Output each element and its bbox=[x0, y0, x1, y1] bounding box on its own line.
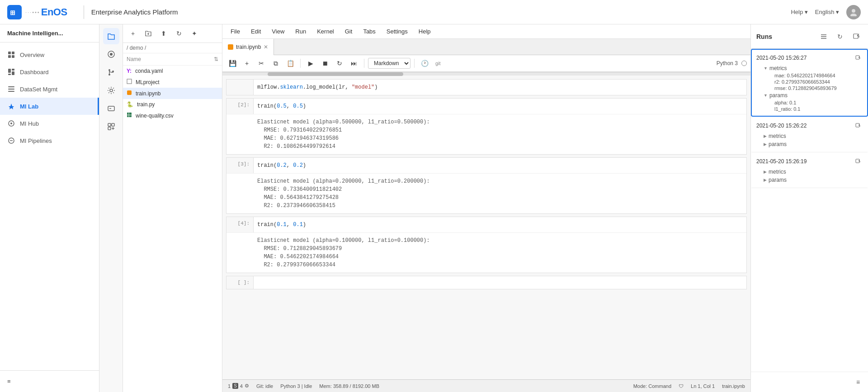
upload-btn[interactable]: ⬆ bbox=[157, 27, 170, 40]
code-text-2: train(0.5, 0.5) bbox=[257, 103, 306, 109]
save-btn[interactable]: 💾 bbox=[226, 57, 239, 70]
restart-btn[interactable]: ↻ bbox=[333, 57, 346, 70]
notebook-statusbar: 1 S 4 ⚙ Git: idle Python 3 | Idle Mem: 3… bbox=[222, 379, 750, 392]
run-params-section-2: ▶ params bbox=[764, 140, 863, 148]
stop-btn[interactable]: ⏹ bbox=[319, 57, 331, 70]
cell-prompt-1 bbox=[226, 80, 254, 95]
runs-refresh-btn[interactable]: ↻ bbox=[834, 30, 846, 43]
runs-external-btn[interactable] bbox=[850, 30, 863, 43]
notebook-tab-train[interactable]: train.ipynb ✕ bbox=[222, 39, 274, 55]
copy-btn[interactable]: ⧉ bbox=[269, 57, 282, 70]
run-metrics-header-3[interactable]: ▶ metrics bbox=[764, 168, 863, 176]
sidebar-bottom: ≡ bbox=[0, 370, 99, 392]
run-open-btn-2[interactable] bbox=[854, 121, 863, 130]
menu-view[interactable]: View bbox=[267, 26, 289, 37]
sidebar-item-milab[interactable]: MI Lab bbox=[0, 98, 99, 115]
file-name-mlproject: MLproject bbox=[136, 79, 160, 85]
runs-title: Runs bbox=[756, 33, 814, 40]
file-item-winecsv[interactable]: wine-quality.csv bbox=[123, 110, 222, 121]
user-avatar[interactable] bbox=[846, 5, 861, 19]
left-sidebar: Machine Intelligen... Overview Dashboard… bbox=[0, 24, 99, 392]
file-item-trainpy[interactable]: 🐍 train.py bbox=[123, 99, 222, 110]
file-item-condayaml[interactable]: Y: conda.yaml bbox=[123, 66, 222, 76]
restart-run-btn[interactable]: ⏭ bbox=[348, 57, 360, 70]
run-params-header-3[interactable]: ▶ params bbox=[764, 176, 863, 184]
run-metrics-header-2[interactable]: ▶ metrics bbox=[764, 132, 863, 140]
svg-rect-5 bbox=[12, 52, 14, 54]
horizontal-scrollbar[interactable] bbox=[222, 72, 750, 76]
run-entry-2[interactable]: 2021-05-20 15:26:22 ▶ metrics ▶ params bbox=[751, 117, 868, 152]
git-toolbar-btn[interactable]: git bbox=[433, 57, 443, 70]
svg-rect-12 bbox=[8, 86, 14, 87]
notebook-area: File Edit View Run Kernel Git Tabs Setti… bbox=[222, 24, 750, 392]
sidebar-item-dataset[interactable]: DataSet Mgmt bbox=[0, 80, 99, 98]
cell-code-content-1[interactable]: mlflow.sklearn.log_model(lr, "model") bbox=[254, 80, 746, 95]
cell-code-content-4[interactable]: train(0.1, 0.1) bbox=[254, 217, 746, 232]
clock-btn[interactable]: 🕐 bbox=[418, 57, 431, 70]
sidebar-item-mihub[interactable]: MI Hub bbox=[0, 115, 99, 132]
run-entry-3[interactable]: 2021-05-20 15:26:19 ▶ metrics ▶ params bbox=[751, 152, 868, 188]
menu-kernel[interactable]: Kernel bbox=[312, 26, 339, 37]
logo-text: EnOS bbox=[41, 6, 67, 18]
metrics-label-3: metrics bbox=[769, 169, 786, 175]
cell-type-select[interactable]: Markdown Code Raw bbox=[368, 58, 410, 69]
file-item-trainipynb[interactable]: train.ipynb bbox=[123, 88, 222, 99]
sidebar-label-mipipelines: MI Pipelines bbox=[20, 137, 52, 144]
paste-btn[interactable]: 📋 bbox=[284, 57, 297, 70]
tab-close-btn[interactable]: ✕ bbox=[264, 44, 268, 50]
run-open-btn-1[interactable] bbox=[854, 53, 863, 62]
language-selector[interactable]: English ▾ bbox=[815, 9, 839, 15]
icon-btn-settings[interactable] bbox=[103, 82, 119, 99]
run-open-btn-3[interactable] bbox=[854, 157, 863, 166]
trainpy-icon: 🐍 bbox=[127, 101, 133, 108]
cell-code-content-5[interactable] bbox=[254, 276, 746, 289]
sidebar-collapse-btn[interactable]: ≡ bbox=[7, 374, 92, 388]
sidebar-item-dashboard[interactable]: Dashboard bbox=[0, 63, 99, 80]
run-params-section-1: ▼ params alpha: 0.1 l1_ratio: 0.1 bbox=[764, 91, 863, 112]
cut-btn[interactable]: ✂ bbox=[255, 57, 268, 70]
cell-code-content-3[interactable]: train(0.2, 0.2) bbox=[254, 158, 746, 173]
sidebar-label-dataset: DataSet Mgmt bbox=[20, 86, 57, 93]
run-param-alpha: alpha: 0.1 bbox=[774, 99, 863, 106]
runs-expand-btn[interactable]: ≡ bbox=[852, 376, 864, 388]
run-entry-1[interactable]: 2021-05-20 15:26:27 ▼ metrics mae: 0.546… bbox=[751, 49, 868, 117]
menu-file[interactable]: File bbox=[226, 26, 245, 37]
refresh-btn[interactable]: ↻ bbox=[173, 27, 185, 40]
menu-edit[interactable]: Edit bbox=[246, 26, 265, 37]
icon-btn-extensions[interactable] bbox=[103, 118, 119, 135]
help-button[interactable]: Help ▾ bbox=[791, 9, 807, 15]
run-btn[interactable]: ▶ bbox=[304, 57, 317, 70]
icon-btn-git[interactable] bbox=[103, 64, 119, 80]
sidebar-item-overview[interactable]: Overview bbox=[0, 46, 99, 63]
menu-settings[interactable]: Settings bbox=[382, 26, 412, 37]
icon-btn-running[interactable] bbox=[103, 46, 119, 62]
sidebar-nav: Overview Dashboard DataSet Mgmt MI Lab bbox=[0, 43, 99, 370]
add-cell-btn[interactable]: + bbox=[241, 57, 253, 70]
menu-git[interactable]: Git bbox=[340, 26, 357, 37]
icon-btn-folder[interactable] bbox=[103, 28, 119, 44]
file-item-mlproject[interactable]: MLproject bbox=[123, 76, 222, 88]
menu-run[interactable]: Run bbox=[291, 26, 311, 37]
run-metrics-header-1[interactable]: ▼ metrics bbox=[764, 64, 863, 72]
notebook-menubar: File Edit View Run Kernel Git Tabs Setti… bbox=[222, 24, 750, 39]
menu-tabs[interactable]: Tabs bbox=[359, 26, 380, 37]
cell-prompt-4: [4]: bbox=[226, 217, 254, 232]
file-list: Y: conda.yaml MLproject train.ipynb 🐍 tr… bbox=[123, 66, 222, 392]
runs-list-btn[interactable] bbox=[817, 30, 830, 43]
icon-btn-terminal[interactable] bbox=[103, 100, 119, 117]
cell-prompt-2: [2]: bbox=[226, 99, 254, 114]
scrollbar-thumb[interactable] bbox=[268, 72, 403, 76]
sidebar-item-mipipelines[interactable]: MI Pipelines bbox=[0, 132, 99, 149]
run-params-header-1[interactable]: ▼ params bbox=[764, 91, 863, 99]
run-params-header-2[interactable]: ▶ params bbox=[764, 140, 863, 148]
new-file-btn[interactable]: + bbox=[127, 27, 139, 40]
metrics-label-2: metrics bbox=[769, 133, 786, 139]
run-params-section-3: ▶ params bbox=[764, 176, 863, 184]
cell-code-content-2[interactable]: train(0.5, 0.5) bbox=[254, 99, 746, 114]
new-folder-btn[interactable] bbox=[142, 27, 155, 40]
git-clone-btn[interactable]: ✦ bbox=[188, 27, 201, 40]
kernel-info: Python 3 bbox=[717, 60, 738, 66]
menu-help[interactable]: Help bbox=[414, 26, 435, 37]
toolbar-divider-2 bbox=[364, 59, 364, 68]
run-timestamp-2: 2021-05-20 15:26:22 bbox=[756, 121, 863, 130]
